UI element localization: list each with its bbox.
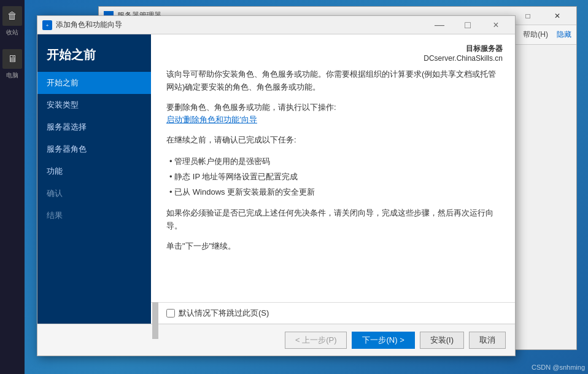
recycle-bin-label: 收站 [6,28,18,37]
skip-checkbox-input[interactable] [166,309,175,318]
wizard-nav: 开始之前 开始之前 安装类型 服务器选择 服务器角色 功能 确认 结果 [37,34,151,324]
wizard-maximize-btn[interactable]: □ [454,16,482,34]
wizard-nav-header: 开始之前 [37,34,151,72]
task-list: 管理员帐户使用的是强密码 静态 IP 地址等网络设置已配置完成 已从 Windo… [166,154,500,200]
content-paragraph1: 该向导可帮助你安装角色、角色服务或功能。你需要根据组织的计算要求(例如共享文档或… [166,68,500,94]
taskbar-left: 🗑 收站 🖥 电脑 [0,0,25,374]
prev-button[interactable]: < 上一步(P) [285,332,347,349]
wizard-close-btn[interactable]: × [482,16,510,34]
nav-item-features[interactable]: 功能 [37,160,151,182]
cancel-button[interactable]: 取消 [469,332,506,349]
skip-checkbox-text: 默认情况下将跳过此页(S) [179,308,269,319]
remove-wizard-link[interactable]: 启动'删除角色和功能'向导 [166,115,257,124]
content-paragraph4: 如果你必须验证是否已完成上述任何先决条件，请关闭向导，完成这些步骤，然后再次运行… [166,207,500,233]
wizard-content: 目标服务器 DCserver.ChinaSkills.cn 该向导可帮助你安装角… [151,34,515,302]
wizard-minimize-btn[interactable]: — [425,16,454,34]
nav-item-start[interactable]: 开始之前 [37,72,151,94]
nav-item-confirm: 确认 [37,182,151,205]
wizard-titlebar: + 添加角色和功能向导 — □ × [37,16,515,34]
desktop: 🗑 收站 🖥 电脑 服务器管理器 — □ ✕ 帮助(H) 隐藏 [0,0,588,374]
content-paragraph5: 单击"下一步"继续。 [166,240,500,253]
wizard-footer: < 上一步(P) 下一步(N) > 安装(I) 取消 [37,324,515,356]
task-item-3: 已从 Windows 更新安装最新的安全更新 [169,185,500,200]
csdn-watermark: CSDN @snhming [532,364,585,371]
nav-item-result: 结果 [37,205,151,227]
computer-label: 电脑 [6,71,18,80]
next-button[interactable]: 下一步(N) > [352,332,414,349]
wizard-content-area: 目标服务器 DCserver.ChinaSkills.cn 该向导可帮助你安装角… [151,34,515,324]
content-body: 该向导可帮助你安装角色、角色服务或功能。你需要根据组织的计算要求(例如共享文档或… [166,68,500,253]
wizard-window: + 添加角色和功能向导 — □ × 开始之前 [37,15,516,356]
nav-item-server-select[interactable]: 服务器选择 [37,116,151,138]
wizard-window-controls: — □ × [425,16,510,34]
target-server-label: 目标服务器 [424,44,503,54]
help-button-label[interactable]: 帮助(H) [519,28,552,41]
hide-label: 隐藏 [557,29,571,40]
target-server-info: 目标服务器 DCserver.ChinaSkills.cn [424,44,503,63]
wizard-body: 开始之前 开始之前 安装类型 服务器选择 服务器角色 功能 确认 结果 目标服务… [37,34,515,324]
scrollbar-thumb [152,302,158,339]
svg-text:+: + [46,23,49,28]
nav-item-install-type[interactable]: 安装类型 [37,94,151,116]
task-item-1: 管理员帐户使用的是强密码 [169,154,500,169]
skip-checkbox-label[interactable]: 默认情况下将跳过此页(S) [166,308,269,319]
wizard-nav-title: 开始之前 [47,47,142,63]
wizard-title: 添加角色和功能向导 [56,20,122,30]
nav-item-server-role[interactable]: 服务器角色 [37,138,151,160]
target-server-value: DCserver.ChinaSkills.cn [424,54,503,63]
sm-close-btn[interactable]: ✕ [543,8,571,24]
wizard-title-icon: + [42,20,52,30]
task-item-2: 静态 IP 地址等网络设置已配置完成 [169,169,500,185]
sm-maximize-btn[interactable]: □ [514,8,542,24]
computer-icon[interactable]: 🖥 [2,49,22,69]
wizard-bottom-bar: 默认情况下将跳过此页(S) [151,302,515,324]
recycle-bin-icon[interactable]: 🗑 [2,6,22,26]
install-button[interactable]: 安装(I) [420,332,464,349]
content-paragraph2: 要删除角色、角色服务或功能，请执行以下操作: 启动'删除角色和功能'向导 [166,101,500,127]
content-paragraph3: 在继续之前，请确认已完成以下任务: [166,134,500,147]
